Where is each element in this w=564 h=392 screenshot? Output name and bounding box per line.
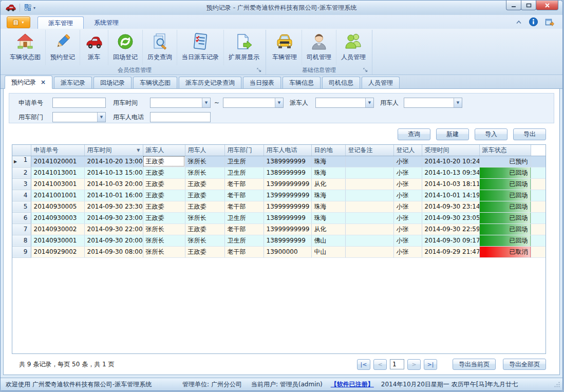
cell-user[interactable]: 王政委 bbox=[185, 201, 224, 212]
cell-dispatch-status[interactable]: 已预约 bbox=[479, 156, 531, 167]
document-tab[interactable]: 派车历史记录查询 bbox=[179, 77, 241, 88]
reservation-register-button[interactable]: 预约登记 bbox=[46, 30, 80, 65]
order-no-input[interactable] bbox=[52, 98, 106, 108]
cell-order-no[interactable]: 20141003001 bbox=[31, 178, 84, 190]
cell-use-time[interactable]: 2014-10-13 15:00 bbox=[84, 167, 143, 178]
cell-user[interactable]: 王政委 bbox=[185, 223, 224, 235]
grid-row[interactable]: ▶1 20141020001 2014-10-20 13:00 王政委 张所长 … bbox=[12, 156, 546, 167]
document-tab[interactable]: 车辆状态图 bbox=[133, 77, 177, 88]
last-page-button[interactable]: >| bbox=[424, 359, 437, 370]
personnel-management-button[interactable]: 人员管理 bbox=[336, 30, 370, 65]
column-header[interactable]: 用车人电话 bbox=[264, 145, 311, 156]
cell-dispatcher[interactable]: 王政委 bbox=[143, 190, 185, 201]
document-tab[interactable]: 回场记录 bbox=[93, 77, 131, 88]
combo-arrow-icon[interactable]: ▼ bbox=[365, 98, 373, 107]
cell-accept-time[interactable]: 2014-10-20 10:24 bbox=[422, 156, 479, 167]
column-header[interactable]: 用车时间▼ bbox=[84, 145, 143, 156]
use-time-from-combo[interactable]: ▼ bbox=[150, 98, 211, 108]
grid-row[interactable]: 7 20140930002 2014-09-30 22:00 张所长 王政委 老… bbox=[12, 223, 546, 235]
today-dispatch-records-button[interactable]: 当日派车记录 bbox=[177, 30, 224, 65]
cell-use-time[interactable]: 2014-09-30 23:30 bbox=[84, 201, 143, 212]
cell-use-time[interactable]: 2014-10-20 13:00 bbox=[84, 156, 143, 167]
dialog-launcher-icon[interactable] bbox=[363, 68, 368, 72]
minimize-button[interactable] bbox=[506, 1, 521, 10]
cell-registrar[interactable]: 小张 bbox=[393, 223, 422, 235]
cell-dispatch-status[interactable]: 已回场 bbox=[479, 201, 531, 212]
document-tab[interactable]: 司机信息 bbox=[322, 77, 360, 88]
resize-grip-icon[interactable] bbox=[554, 381, 560, 388]
cell-dispatch-status[interactable]: 已取消 bbox=[479, 246, 531, 257]
cell-order-no[interactable]: 20140929002 bbox=[31, 246, 84, 257]
quick-access-toolbar-button[interactable]: ▾ bbox=[24, 4, 35, 12]
next-page-button[interactable]: > bbox=[407, 359, 421, 370]
row-header[interactable]: 9 bbox=[12, 246, 31, 257]
cell-accept-time[interactable]: 2014-09-30 09:17 bbox=[422, 235, 479, 246]
dispatcher-combo[interactable]: ▼ bbox=[315, 98, 374, 108]
combo-arrow-icon[interactable]: ▼ bbox=[275, 98, 283, 107]
cell-dispatch-status[interactable]: 已回场 bbox=[479, 223, 531, 235]
document-tab[interactable]: 车辆信息 bbox=[283, 77, 321, 88]
document-tab[interactable]: 派车记录 bbox=[54, 77, 92, 88]
column-header[interactable]: 登记人 bbox=[393, 145, 422, 156]
cell-dispatcher[interactable]: 王政委 bbox=[143, 201, 185, 212]
document-tab[interactable]: 当日报表 bbox=[243, 77, 281, 88]
cell-dispatch-status[interactable]: 已回场 bbox=[479, 212, 531, 223]
ribbon-tab[interactable]: 系统管理 bbox=[84, 16, 129, 29]
import-button[interactable]: 导入 bbox=[475, 128, 507, 140]
cell-user[interactable]: 张所长 bbox=[185, 212, 224, 223]
cell-phone[interactable]: 13999999999 bbox=[264, 190, 311, 201]
vehicle-status-map-button[interactable]: 车辆状态图 bbox=[5, 30, 46, 65]
cell-user[interactable]: 张所长 bbox=[185, 235, 224, 246]
cell-dept[interactable]: 卫生所 bbox=[224, 212, 264, 223]
close-tab-icon[interactable]: × bbox=[41, 77, 46, 88]
vehicle-management-button[interactable]: 车辆管理 bbox=[268, 30, 302, 65]
cell-dept[interactable]: 老干部 bbox=[224, 190, 264, 201]
combo-arrow-icon[interactable]: ▼ bbox=[202, 98, 210, 107]
cell-remark[interactable] bbox=[345, 178, 393, 190]
cell-accept-time[interactable]: 2014-09-30 23:14 bbox=[422, 201, 479, 212]
extend-screen-button[interactable]: 扩展屏显示 bbox=[224, 30, 264, 65]
cell-use-time[interactable]: 2014-09-30 23:00 bbox=[84, 212, 143, 223]
cell-remark[interactable] bbox=[345, 235, 393, 246]
cell-dept[interactable]: 卫生所 bbox=[224, 156, 264, 167]
dept-combo[interactable]: ▼ bbox=[52, 112, 106, 122]
cell-remark[interactable] bbox=[345, 246, 393, 257]
about-button[interactable] bbox=[529, 17, 538, 26]
collapse-ribbon-button[interactable] bbox=[516, 20, 522, 24]
restore-button[interactable] bbox=[521, 1, 536, 10]
export-current-page-button[interactable]: 导出当前页 bbox=[453, 359, 496, 370]
cell-order-no[interactable]: 20141001001 bbox=[31, 190, 84, 201]
cell-destination[interactable]: 珠海 bbox=[311, 190, 345, 201]
cell-registrar[interactable]: 小张 bbox=[393, 190, 422, 201]
cell-dispatcher[interactable]: 张所长 bbox=[143, 246, 185, 257]
cell-destination[interactable]: 中山 bbox=[311, 246, 345, 257]
cell-phone[interactable]: 1389999999 bbox=[264, 235, 311, 246]
cell-registrar[interactable]: 小张 bbox=[393, 156, 422, 167]
cell-phone[interactable]: 1389999999 bbox=[264, 212, 311, 223]
cell-use-time[interactable]: 2014-09-30 22:00 bbox=[84, 223, 143, 235]
cell-registrar[interactable]: 小张 bbox=[393, 167, 422, 178]
use-time-to-combo[interactable]: ▼ bbox=[223, 98, 284, 108]
grid-row[interactable]: 2 20141013001 2014-10-13 15:00 王政委 张所长 卫… bbox=[12, 167, 546, 178]
cell-dept[interactable]: 老干部 bbox=[224, 201, 264, 212]
cell-order-no[interactable]: 20140930002 bbox=[31, 223, 84, 235]
row-header[interactable]: 3 bbox=[12, 178, 31, 190]
combo-arrow-icon[interactable]: ▼ bbox=[97, 113, 105, 122]
row-header[interactable]: 5 bbox=[12, 201, 31, 212]
grid-row[interactable]: 3 20141003001 2014-10-03 20:00 王政委 王政委 老… bbox=[12, 178, 546, 190]
cell-accept-time[interactable]: 2014-09-30 22:59 bbox=[422, 223, 479, 235]
column-header[interactable] bbox=[12, 145, 31, 156]
cell-destination[interactable]: 从化 bbox=[311, 178, 345, 190]
column-header[interactable]: 受理时间 bbox=[422, 145, 479, 156]
cell-user[interactable]: 张所长 bbox=[185, 156, 224, 167]
cell-destination[interactable]: 珠海 bbox=[311, 167, 345, 178]
column-header[interactable]: 申请单号 bbox=[31, 145, 84, 156]
page-input[interactable] bbox=[390, 359, 404, 369]
cell-order-no[interactable]: 20140930001 bbox=[31, 235, 84, 246]
export-all-pages-button[interactable]: 导出全部页 bbox=[503, 359, 546, 370]
cell-dept[interactable]: 老干部 bbox=[224, 246, 264, 257]
cell-dispatcher[interactable]: 王政委 bbox=[143, 167, 185, 178]
cell-user[interactable]: 王政委 bbox=[185, 190, 224, 201]
grid-row[interactable]: 6 20140930003 2014-09-30 23:00 王政委 张所长 卫… bbox=[12, 212, 546, 223]
cell-dispatch-status[interactable]: 已回场 bbox=[479, 167, 531, 178]
